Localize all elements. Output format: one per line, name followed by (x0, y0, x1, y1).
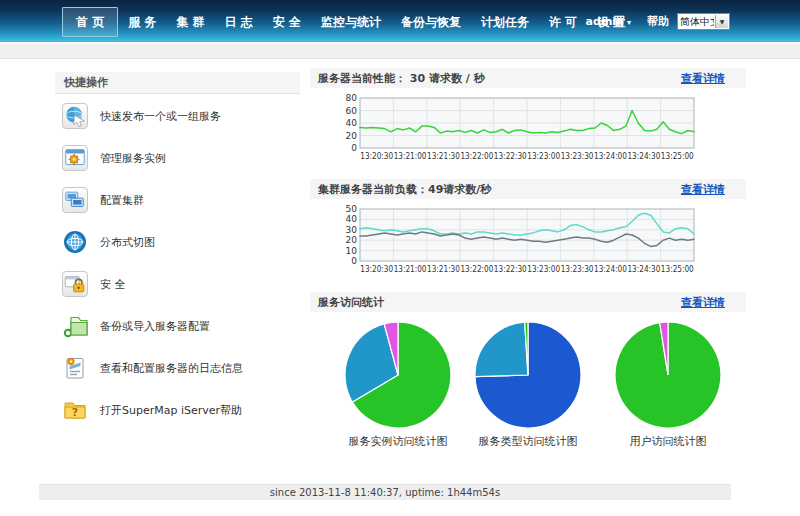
service-instance-pie-figure: 服务实例访问统计图 (338, 320, 458, 449)
pie-chart-row: 服务实例访问统计图 服务类型访问统计图 用户访问统计图 (338, 320, 746, 449)
sidebar-item-view-log-config[interactable]: 查看和配置服务器的日志信息 (62, 355, 300, 381)
view-details-link[interactable]: 查看详情 (681, 71, 725, 86)
cluster-computers-icon (62, 187, 88, 213)
pie-caption: 用户访问统计图 (608, 434, 728, 449)
svg-text:13:22:30: 13:22:30 (494, 264, 527, 274)
service-type-pie-figure: 服务类型访问统计图 (468, 320, 588, 449)
help-link[interactable]: 帮助 (647, 14, 669, 29)
svg-text:13:23:00: 13:23:00 (527, 151, 560, 161)
sidebar-title: 快捷操作 (55, 72, 300, 94)
svg-text:0: 0 (351, 256, 357, 266)
svg-text:13:21:00: 13:21:00 (394, 151, 427, 161)
svg-text:?: ? (72, 406, 78, 419)
tab-cluster[interactable]: 集 群 (166, 8, 214, 36)
panel-header: 服务器当前性能： 30 请求数 / 秒 查看详情 (310, 68, 746, 88)
view-details-link[interactable]: 查看详情 (681, 295, 725, 310)
sidebar-item-label: 安 全 (100, 278, 126, 291)
svg-text:13:21:30: 13:21:30 (427, 151, 460, 161)
nav-tabs: 首 页 服 务 集 群 日 志 安 全 监控与统计 备份与恢复 计划任务 许 可… (62, 7, 635, 37)
svg-text:40: 40 (346, 214, 358, 224)
sidebar-item-label: 分布式切图 (100, 236, 155, 249)
cluster-load-line-chart: 0102030405013:20:3013:21:0013:21:3013:22… (334, 205, 700, 274)
user-menu[interactable]: admin (586, 15, 624, 28)
publish-globe-icon (62, 103, 88, 129)
svg-text:13:24:30: 13:24:30 (627, 151, 660, 161)
sidebar-item-publish-service[interactable]: 快速发布一个或一组服务 (62, 103, 300, 129)
sidebar-item-open-help[interactable]: ? 打开SuperMap iServer帮助 (62, 397, 300, 423)
supermap-iserver-dashboard: 首 页 服 务 集 群 日 志 安 全 监控与统计 备份与恢复 计划任务 许 可… (0, 0, 800, 516)
tab-security[interactable]: 安 全 (263, 8, 311, 36)
pie-caption: 服务实例访问统计图 (338, 434, 458, 449)
server-performance-panel: 服务器当前性能： 30 请求数 / 秒 查看详情 02040608013:20:… (310, 68, 746, 161)
tab-monitor-stats[interactable]: 监控与统计 (311, 8, 391, 36)
quick-actions-sidebar: 快捷操作 快速发布一个或一组服务 管理服务实例 (55, 59, 300, 449)
tab-home[interactable]: 首 页 (62, 7, 118, 37)
chevron-down-icon[interactable]: ▾ (627, 18, 631, 27)
sidebar-item-security[interactable]: 安 全 (62, 271, 300, 297)
svg-text:20: 20 (346, 235, 358, 245)
sidebar-item-label: 配置集群 (100, 194, 144, 207)
panel-title: 集群服务器当前负载：49请求数/秒 (318, 182, 491, 197)
sidebar-item-label: 管理服务实例 (100, 152, 166, 165)
panel-title: 服务器当前性能： 30 请求数 / 秒 (318, 71, 485, 86)
svg-text:13:20:30: 13:20:30 (360, 151, 393, 161)
svg-text:13:25:00: 13:25:00 (661, 264, 694, 274)
tab-services[interactable]: 服 务 (118, 8, 166, 36)
panel-header: 集群服务器当前负载：49请求数/秒 查看详情 (310, 179, 746, 199)
tile-globe-icon (62, 229, 88, 255)
top-nav-bar: 首 页 服 务 集 群 日 志 安 全 监控与统计 备份与恢复 计划任务 许 可… (0, 0, 800, 42)
panel-title: 服务访问统计 (318, 295, 384, 310)
svg-text:13:24:00: 13:24:00 (594, 264, 627, 274)
sidebar-item-label: 打开SuperMap iServer帮助 (100, 404, 242, 417)
sidebar-item-manage-instances[interactable]: 管理服务实例 (62, 145, 300, 171)
panel-header: 服务访问统计 查看详情 (310, 292, 746, 312)
tab-license[interactable]: 许 可 (539, 8, 587, 36)
svg-text:10: 10 (346, 246, 358, 256)
sidebar-item-label: 查看和配置服务器的日志信息 (100, 362, 243, 375)
svg-text:13:20:30: 13:20:30 (360, 264, 393, 274)
svg-text:13:22:00: 13:22:00 (460, 264, 493, 274)
svg-text:0: 0 (351, 143, 357, 153)
svg-text:13:25:00: 13:25:00 (661, 151, 694, 161)
view-details-link[interactable]: 查看详情 (681, 182, 725, 197)
svg-text:40: 40 (346, 118, 358, 128)
user-access-pie-figure: 用户访问统计图 (608, 320, 728, 449)
user-access-pie-chart (613, 320, 723, 430)
sub-header-strip (0, 44, 800, 59)
sidebar-item-label: 备份或导入服务器配置 (100, 320, 210, 333)
svg-text:13:23:30: 13:23:30 (561, 151, 594, 161)
cluster-load-panel: 集群服务器当前负载：49请求数/秒 查看详情 0102030405013:20:… (310, 179, 746, 274)
nav-user-area: admin ▾ 帮助 简体中文 ▼ (586, 13, 730, 30)
svg-text:13:23:00: 13:23:00 (527, 264, 560, 274)
tab-logs[interactable]: 日 志 (215, 8, 263, 36)
svg-text:50: 50 (346, 205, 358, 214)
dashboard-main: 服务器当前性能： 30 请求数 / 秒 查看详情 02040608013:20:… (310, 59, 746, 449)
svg-text:20: 20 (346, 131, 358, 141)
tab-scheduled-tasks[interactable]: 计划任务 (471, 8, 539, 36)
svg-text:13:22:30: 13:22:30 (494, 151, 527, 161)
dropdown-arrow-icon[interactable]: ▼ (715, 15, 728, 28)
svg-text:13:23:30: 13:23:30 (561, 264, 594, 274)
sidebar-item-backup-import-config[interactable]: 备份或导入服务器配置 (62, 313, 300, 339)
svg-text:80: 80 (346, 94, 358, 103)
sidebar-item-configure-cluster[interactable]: 配置集群 (62, 187, 300, 213)
svg-text:13:22:00: 13:22:00 (460, 151, 493, 161)
svg-text:30: 30 (346, 225, 358, 235)
sidebar-item-distributed-tiling[interactable]: 分布式切图 (62, 229, 300, 255)
pie-caption: 服务类型访问统计图 (468, 434, 588, 449)
help-folder-icon: ? (62, 397, 88, 423)
svg-text:13:21:00: 13:21:00 (394, 264, 427, 274)
access-stats-panel: 服务访问统计 查看详情 服务实例访问统计图 服务类型访问统计图 用户访问统计图 (310, 292, 746, 449)
svg-text:13:21:30: 13:21:30 (427, 264, 460, 274)
language-select[interactable]: 简体中文 ▼ (677, 13, 730, 30)
tab-backup-restore[interactable]: 备份与恢复 (391, 8, 471, 36)
content-area: 快捷操作 快速发布一个或一组服务 管理服务实例 (0, 59, 800, 449)
sidebar-item-label: 快速发布一个或一组服务 (100, 110, 221, 123)
backup-folder-icon (62, 313, 88, 339)
language-select-value: 简体中文 (678, 15, 714, 29)
log-document-icon (62, 355, 88, 381)
svg-text:60: 60 (346, 106, 358, 116)
sidebar-list: 快速发布一个或一组服务 管理服务实例 配置集群 (55, 94, 300, 423)
gear-window-icon (62, 145, 88, 171)
service-type-pie-chart (473, 320, 583, 430)
